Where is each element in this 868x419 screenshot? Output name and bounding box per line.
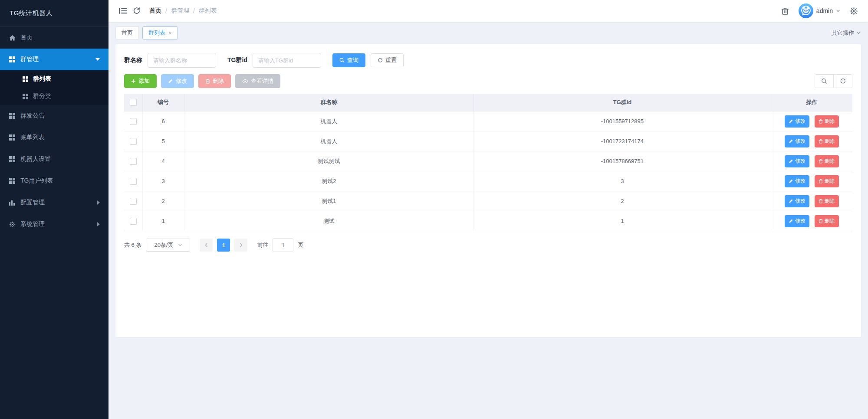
- breadcrumb-level2[interactable]: 群管理: [171, 7, 189, 15]
- row-checkbox[interactable]: [130, 178, 137, 185]
- row-edit-button[interactable]: 修改: [785, 155, 809, 167]
- chevron-left-icon: [204, 242, 208, 248]
- search-button[interactable]: 查询: [332, 53, 365, 67]
- row-delete-button[interactable]: 删除: [815, 135, 839, 147]
- next-page-button[interactable]: [234, 239, 247, 252]
- other-operations-dropdown[interactable]: 其它操作: [832, 29, 861, 37]
- cell-no: 5: [142, 131, 184, 151]
- sidebar-item-group-list[interactable]: 群列表: [0, 70, 108, 88]
- cell-name: 测试: [184, 211, 474, 231]
- row-delete-label: 删除: [825, 118, 835, 125]
- goto-suffix: 页: [298, 241, 303, 249]
- view-detail-button-disabled[interactable]: 查看详情: [235, 74, 280, 88]
- trash-icon[interactable]: [779, 5, 791, 16]
- row-edit-button[interactable]: 修改: [785, 215, 809, 227]
- row-delete-button[interactable]: 删除: [815, 215, 839, 227]
- table-row: 1 测试 1 修改 删除: [124, 211, 852, 231]
- table-tools: [815, 74, 852, 88]
- sidebar-item-robot-settings[interactable]: 机器人设置: [0, 148, 108, 170]
- tg-group-id-input[interactable]: [253, 53, 321, 68]
- delete-button-disabled[interactable]: 删除: [198, 74, 231, 88]
- trash-icon: [819, 159, 823, 164]
- edit-icon: [789, 159, 793, 164]
- page-size-select[interactable]: 20条/页: [146, 239, 190, 252]
- avatar: [799, 3, 813, 18]
- grid-icon: [9, 178, 16, 184]
- search-icon: [339, 58, 345, 63]
- grid-icon: [9, 134, 16, 141]
- add-button[interactable]: 添加: [124, 74, 157, 88]
- row-edit-label: 修改: [795, 217, 806, 225]
- refresh-icon[interactable]: [131, 5, 142, 16]
- sidebar-item-group-management[interactable]: 群管理: [0, 49, 108, 70]
- main-area: 首页 / 群管理 / 群列表: [108, 0, 868, 419]
- edit-button-disabled[interactable]: 修改: [161, 74, 194, 88]
- gear-icon[interactable]: [848, 5, 859, 16]
- pagination-total: 共 6 条: [124, 241, 141, 249]
- select-all-checkbox[interactable]: [130, 99, 137, 106]
- row-edit-button[interactable]: 修改: [785, 115, 809, 128]
- breadcrumb-separator: /: [193, 7, 195, 14]
- home-icon: [9, 35, 16, 41]
- user-menu[interactable]: admin: [799, 3, 840, 18]
- tab-home[interactable]: 首页: [115, 26, 139, 39]
- sidebar-item-group-category[interactable]: 群分类: [0, 88, 108, 105]
- chevron-right-icon: [97, 222, 100, 226]
- edit-icon: [789, 199, 793, 203]
- trash-icon: [819, 219, 823, 223]
- row-checkbox[interactable]: [130, 158, 137, 165]
- sidebar-item-bill-list[interactable]: 账单列表: [0, 127, 108, 148]
- row-edit-label: 修改: [795, 137, 806, 145]
- goto-page-input[interactable]: [273, 238, 293, 252]
- row-checkbox[interactable]: [130, 198, 137, 205]
- sidebar-item-system-management[interactable]: 系统管理: [0, 213, 108, 235]
- chevron-right-icon: [239, 242, 243, 248]
- cell-name: 测试1: [184, 191, 474, 211]
- trash-icon: [819, 179, 823, 183]
- row-delete-label: 删除: [825, 177, 835, 185]
- row-edit-button[interactable]: 修改: [785, 195, 809, 207]
- row-edit-button[interactable]: 修改: [785, 135, 809, 147]
- row-checkbox[interactable]: [130, 218, 137, 225]
- chevron-down-icon: [856, 31, 861, 35]
- close-icon[interactable]: ×: [168, 30, 172, 36]
- chevron-down-icon: [178, 243, 182, 247]
- row-edit-label: 修改: [795, 197, 806, 205]
- edit-icon: [789, 119, 793, 124]
- refresh-table-icon[interactable]: [833, 75, 852, 88]
- breadcrumb-home[interactable]: 首页: [149, 7, 161, 15]
- tab-group-list[interactable]: 群列表 ×: [142, 26, 178, 39]
- reset-button[interactable]: 重置: [371, 53, 404, 67]
- row-checkbox[interactable]: [130, 118, 137, 125]
- search-form: 群名称 TG群id 查询 重置: [124, 53, 852, 68]
- prev-page-button[interactable]: [200, 239, 213, 252]
- sidebar-item-tg-users[interactable]: TG用户列表: [0, 170, 108, 192]
- cell-tgid: 3: [474, 171, 771, 191]
- cell-tgid: -1001723174174: [474, 131, 771, 151]
- trash-icon: [205, 79, 210, 84]
- group-name-input[interactable]: [148, 53, 216, 68]
- sidebar-submenu: 群列表 群分类: [0, 70, 108, 105]
- eye-icon: [242, 79, 248, 84]
- row-delete-label: 删除: [825, 137, 835, 145]
- group-list-card: 群名称 TG群id 查询 重置 添加: [115, 44, 861, 337]
- breadcrumb: 首页 / 群管理 / 群列表: [149, 7, 217, 15]
- row-delete-button[interactable]: 删除: [815, 155, 839, 167]
- row-delete-button[interactable]: 删除: [815, 195, 839, 207]
- chevron-down-icon: [836, 9, 840, 13]
- hamburger-icon[interactable]: [117, 5, 128, 16]
- row-delete-button[interactable]: 删除: [815, 175, 839, 187]
- sidebar-item-config-management[interactable]: 配置管理: [0, 192, 108, 213]
- search-toggle-icon[interactable]: [815, 75, 833, 88]
- page-number-current[interactable]: 1: [217, 239, 230, 252]
- table-row: 5 机器人 -1001723174174 修改 删除: [124, 131, 852, 151]
- sidebar-item-home[interactable]: 首页: [0, 27, 108, 49]
- other-operations-label: 其它操作: [832, 29, 854, 37]
- row-edit-button[interactable]: 修改: [785, 175, 809, 187]
- row-delete-button[interactable]: 删除: [815, 115, 839, 128]
- edit-icon: [789, 139, 793, 144]
- tg-group-id-label: TG群id: [227, 56, 247, 64]
- sidebar-item-broadcast[interactable]: 群发公告: [0, 105, 108, 127]
- row-checkbox[interactable]: [130, 138, 137, 145]
- cell-name: 测试测试: [184, 151, 474, 171]
